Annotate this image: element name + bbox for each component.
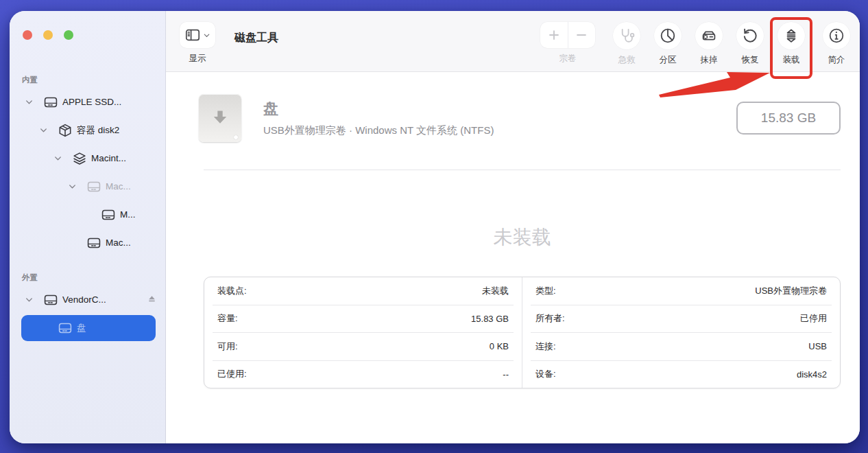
info-column-left: 装载点: 未装载 容量: 15.83 GB 可用: 0 KB 已使用: (204, 277, 522, 388)
chevron-down-icon[interactable] (68, 182, 86, 191)
divider (204, 170, 841, 170)
close-button[interactable] (23, 30, 32, 40)
external-drive-icon (43, 292, 58, 307)
toolbar-volume-group: 宗卷 (539, 22, 596, 71)
eject-icon[interactable] (147, 294, 157, 306)
show-view-button[interactable] (180, 22, 215, 48)
info-row-mount-point: 装载点: 未装载 (213, 277, 514, 305)
external-drive-icon (86, 179, 101, 194)
toolbar: 显示 磁盘工具 宗卷 急救 (166, 11, 860, 72)
restore-icon[interactable] (736, 22, 764, 49)
chevron-down-icon[interactable] (25, 97, 43, 106)
info-column-right: 类型: USB外置物理宗卷 所有者: 已停用 连接: USB 设备: (522, 277, 840, 388)
toolbar-restore: 恢复 (734, 22, 767, 71)
main-column: 显示 磁盘工具 宗卷 急救 (166, 11, 860, 443)
toolbar-show-view: 显示 (176, 22, 219, 71)
volume-segmented-control (540, 22, 595, 48)
disk-header: 盘 USB外置物理宗卷 · Windows NT 文件系统 (NTFS) 15.… (199, 94, 841, 142)
sidebar-item-mac-dimmed[interactable]: Mac... (10, 172, 165, 200)
show-view-label: 显示 (189, 54, 206, 64)
info-icon[interactable] (823, 22, 850, 49)
sidebar-item-mac-volume[interactable]: Mac... (10, 229, 165, 257)
info-row-owner: 所有者: 已停用 (531, 305, 832, 333)
chevron-down-icon (203, 32, 210, 39)
erase-icon[interactable] (695, 22, 723, 49)
toolbar-erase: 抹掉 (692, 22, 725, 71)
sidebar-item-container-disk2[interactable]: 容器 disk2 (10, 116, 165, 144)
toolbar-info: 简介 (820, 22, 853, 71)
first-aid-icon (613, 22, 640, 49)
external-drive-icon (86, 235, 101, 251)
sidebar: 内置 APPLE SSD... 容器 disk2 Macint... Mac..… (10, 11, 166, 443)
chevron-down-icon[interactable] (25, 295, 43, 304)
sidebar-item-disk-selected[interactable]: 盘 (21, 315, 156, 341)
page-title: 磁盘工具 (234, 30, 278, 71)
disk-texts: 盘 USB外置物理宗卷 · Windows NT 文件系统 (NTFS) (263, 99, 494, 137)
sidebar-item-macintosh-group[interactable]: Macint... (10, 144, 165, 172)
info-row-capacity: 容量: 15.83 GB (213, 305, 514, 333)
sidebar-toggle-icon (184, 27, 201, 43)
info-row-available: 可用: 0 KB (213, 332, 514, 360)
info-row-used: 已使用: -- (213, 360, 514, 388)
desktop-background: 内置 APPLE SSD... 容器 disk2 Macint... Mac..… (0, 0, 868, 453)
minimize-button[interactable] (43, 30, 53, 40)
toolbar-mount: 装载 (775, 22, 808, 71)
external-drive-icon (43, 95, 58, 110)
volume-label: 宗卷 (559, 54, 577, 64)
partition-icon[interactable] (654, 22, 682, 49)
sidebar-section-external: 外置 (10, 269, 165, 286)
external-drive-icon (58, 321, 73, 336)
zoom-button[interactable] (64, 30, 73, 40)
disk-description: USB外置物理宗卷 · Windows NT 文件系统 (NTFS) (263, 124, 494, 137)
info-row-type: 类型: USB外置物理宗卷 (531, 277, 832, 305)
toolbar-partition: 分区 (651, 22, 684, 71)
external-drive-icon (101, 207, 116, 222)
chevron-down-icon[interactable] (39, 126, 58, 135)
disk-name: 盘 (263, 99, 494, 119)
window-controls (23, 30, 73, 40)
volume-stack-icon (72, 151, 87, 166)
info-panel: 装载点: 未装载 容量: 15.83 GB 可用: 0 KB 已使用: (204, 277, 841, 388)
chevron-down-icon[interactable] (53, 154, 72, 163)
sidebar-item-apple-ssd[interactable]: APPLE SSD... (10, 88, 165, 116)
info-row-connection: 连接: USB (531, 332, 832, 360)
toolbar-first-aid: 急救 (610, 22, 643, 71)
disk-utility-window: 内置 APPLE SSD... 容器 disk2 Macint... Mac..… (10, 11, 860, 443)
sidebar-section-internal: 内置 (10, 71, 165, 88)
info-row-device: 设备: disk4s2 (531, 360, 832, 388)
remove-volume-button (568, 22, 596, 48)
sidebar-item-vendorc[interactable]: VendorC... (10, 286, 165, 314)
sidebar-item-m-volume[interactable]: M... (10, 200, 165, 229)
size-badge: 15.83 GB (736, 102, 841, 135)
toolbar-actions: 宗卷 急救 分区 抹掉 (539, 11, 853, 71)
mount-icon[interactable] (777, 22, 805, 49)
external-disk-image-icon (199, 94, 241, 142)
status-text: 未装载 (204, 224, 841, 251)
content-area: 盘 USB外置物理宗卷 · Windows NT 文件系统 (NTFS) 15.… (166, 72, 860, 443)
container-icon (58, 123, 73, 138)
add-volume-button (540, 22, 568, 48)
